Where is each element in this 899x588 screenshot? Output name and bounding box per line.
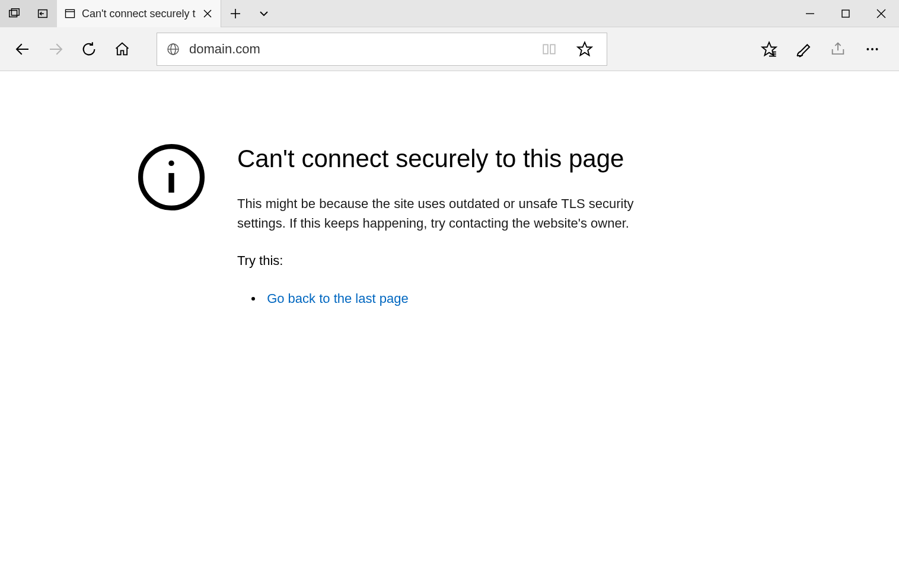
settings-menu-button[interactable] — [856, 33, 888, 65]
url-input[interactable] — [189, 33, 533, 65]
notes-button[interactable] — [788, 33, 820, 65]
svg-rect-1 — [11, 8, 19, 15]
toolbar — [0, 27, 899, 71]
title-bar: Can't connect securely t — [0, 0, 899, 27]
go-back-link[interactable]: Go back to the last page — [267, 291, 409, 306]
share-button[interactable] — [822, 33, 854, 65]
svg-point-24 — [871, 48, 874, 50]
favorite-button[interactable] — [569, 33, 601, 65]
svg-point-25 — [876, 48, 878, 50]
titlebar-left — [0, 0, 57, 27]
refresh-button[interactable] — [72, 33, 106, 66]
browser-tab[interactable]: Can't connect securely t — [57, 0, 221, 27]
try-this-label: Try this: — [237, 253, 670, 269]
close-tab-button[interactable] — [203, 9, 212, 18]
error-page: Can't connect securely to this page This… — [0, 71, 899, 309]
tab-title: Can't connect securely t — [82, 8, 196, 20]
set-aside-tabs-button[interactable] — [28, 0, 57, 27]
maximize-button[interactable] — [828, 0, 863, 27]
address-bar[interactable] — [157, 33, 607, 66]
svg-rect-3 — [66, 9, 75, 17]
bullet-icon — [251, 297, 255, 301]
svg-point-23 — [866, 48, 869, 50]
svg-marker-18 — [578, 42, 591, 55]
svg-rect-0 — [9, 10, 17, 17]
svg-marker-19 — [762, 42, 776, 55]
svg-point-28 — [168, 161, 174, 166]
home-button[interactable] — [106, 33, 139, 66]
tabstrip-controls — [221, 0, 278, 27]
back-button[interactable] — [6, 33, 39, 66]
reading-view-button[interactable] — [533, 33, 565, 65]
info-icon — [136, 142, 206, 309]
toolbar-right — [753, 33, 893, 65]
page-icon — [64, 8, 76, 20]
forward-button[interactable] — [39, 33, 72, 66]
new-tab-button[interactable] — [221, 0, 250, 27]
error-text: Can't connect securely to this page This… — [237, 142, 670, 309]
minimize-button[interactable] — [792, 0, 828, 27]
favorites-hub-button[interactable] — [753, 33, 785, 65]
site-info-icon[interactable] — [157, 42, 189, 56]
tabs-overview-button[interactable] — [0, 0, 28, 27]
svg-rect-10 — [842, 10, 849, 17]
tab-menu-button[interactable] — [250, 0, 278, 27]
error-description: This might be because the site uses outd… — [237, 194, 670, 233]
close-window-button[interactable] — [863, 0, 899, 27]
suggestion-item: Go back to the last page — [251, 291, 670, 306]
window-controls — [792, 0, 899, 27]
error-headline: Can't connect securely to this page — [237, 145, 670, 173]
